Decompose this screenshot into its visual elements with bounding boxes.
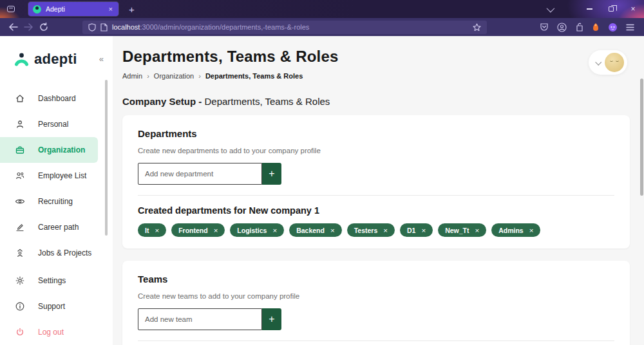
url-bar[interactable]: localhost:3000/admin/organization/depart… <box>82 21 487 34</box>
company-setup-rest: Departments, Teams & Roles <box>202 96 330 107</box>
department-chip[interactable]: It× <box>138 223 166 237</box>
chip-remove-icon[interactable]: × <box>155 227 159 234</box>
chip-label: New_Tt <box>445 227 469 234</box>
add-department-input[interactable] <box>138 163 262 185</box>
forward-icon[interactable] <box>21 20 36 34</box>
sidebar-item-logout[interactable]: Log out <box>0 319 113 345</box>
chevron-down-icon <box>595 59 601 65</box>
chip-label: D1 <box>407 227 415 234</box>
breadcrumb-separator: › <box>147 72 149 80</box>
add-team-input[interactable] <box>138 308 262 330</box>
bookmark-star-icon[interactable] <box>473 23 481 32</box>
department-chip[interactable]: Backend× <box>289 223 342 237</box>
sidebar-scrollbar[interactable] <box>105 80 108 236</box>
sidebar-item-organization[interactable]: Organization <box>0 137 98 163</box>
url-text: localhost:3000/admin/organization/depart… <box>112 23 468 31</box>
chip-remove-icon[interactable]: × <box>475 227 479 234</box>
browser-toolbar: localhost:3000/admin/organization/depart… <box>0 18 644 36</box>
breadcrumb-organization[interactable]: Organization <box>154 72 194 80</box>
department-chip[interactable]: Logistics× <box>230 223 284 237</box>
gear-icon <box>14 275 25 286</box>
list-all-tabs-icon[interactable] <box>538 0 560 18</box>
sidebar-item-career-path[interactable]: Career path <box>0 214 113 240</box>
chip-remove-icon[interactable]: × <box>529 227 534 234</box>
sidebar-nav: Dashboard Personal Organization <box>0 86 113 266</box>
tab-title: Adepti <box>46 5 108 13</box>
adepti-logo-icon <box>13 50 30 68</box>
breadcrumb: Admin › Organization › Departments, Team… <box>122 72 630 80</box>
add-department-button[interactable]: + <box>262 163 281 185</box>
menu-icon[interactable] <box>626 24 634 31</box>
tab-close-icon[interactable]: × <box>108 5 114 13</box>
pocket-icon[interactable] <box>540 23 549 32</box>
department-chip[interactable]: New_Tt× <box>438 223 486 237</box>
sidebar-item-label: Dashboard <box>38 94 76 103</box>
company-setup-heading: Company Setup - Departments, Teams & Rol… <box>122 96 630 107</box>
department-chip[interactable]: D1× <box>400 223 433 237</box>
department-chips: It×Frontend×Logistics×Backend×Testers×D1… <box>138 223 614 237</box>
chip-remove-icon[interactable]: × <box>383 227 388 234</box>
new-tab-button[interactable]: + <box>126 4 137 15</box>
page-scrollbar[interactable] <box>640 79 643 196</box>
sidebar-item-label: Settings <box>38 276 66 285</box>
browser-tab-bar: Adepti × + × <box>0 0 644 18</box>
account-icon[interactable] <box>557 23 567 32</box>
extension-circle-icon[interactable] <box>608 23 618 32</box>
browser-window: Adepti × + × localhost:3000/admin/organi… <box>0 0 644 345</box>
info-icon <box>14 301 25 312</box>
sidebar-item-recruiting[interactable]: Recruiting <box>0 189 113 214</box>
sidebar-item-personal[interactable]: Personal <box>0 111 113 137</box>
chip-remove-icon[interactable]: × <box>214 227 218 234</box>
department-chip[interactable]: Frontend× <box>171 223 225 237</box>
chip-remove-icon[interactable]: × <box>421 227 426 234</box>
sidebar-item-label: Jobs & Projects <box>38 248 91 257</box>
sidebar-item-dashboard[interactable]: Dashboard <box>0 86 113 111</box>
teams-description: Create new teams to add to your company … <box>138 292 614 300</box>
sidebar-item-label: Support <box>38 302 65 311</box>
logo: adepti « <box>0 36 113 68</box>
eye-icon <box>14 196 25 207</box>
sidebar-item-label: Log out <box>38 328 64 337</box>
adepti-favicon-icon <box>33 5 41 14</box>
sidebar-item-label: Recruiting <box>38 197 73 206</box>
tab-overview-icon[interactable] <box>5 3 17 15</box>
minimize-button[interactable] <box>578 0 600 18</box>
sidebar-item-settings[interactable]: Settings <box>0 268 113 294</box>
extension-orange-icon[interactable] <box>592 23 600 32</box>
sidebar-item-employee-list[interactable]: Employee List <box>0 163 113 189</box>
departments-title: Departments <box>138 128 614 139</box>
sidebar-footer: Settings Support Log out <box>0 268 113 345</box>
person-up-icon <box>14 248 25 259</box>
chip-remove-icon[interactable]: × <box>330 227 335 234</box>
url-host: localhost <box>112 23 140 31</box>
reload-icon[interactable] <box>36 20 52 34</box>
toolbar-extensions-area <box>540 23 639 32</box>
shield-icon[interactable] <box>88 23 96 32</box>
back-icon[interactable] <box>5 20 21 34</box>
people-icon <box>14 171 25 182</box>
department-chip[interactable]: Admins× <box>491 223 540 237</box>
page-info-icon[interactable] <box>100 23 108 32</box>
company-setup-bold: Company Setup - <box>122 96 202 107</box>
sidebar-item-label: Personal <box>38 120 68 129</box>
avatar[interactable] <box>605 53 624 72</box>
maximize-button[interactable] <box>600 0 622 18</box>
department-chip[interactable]: Testers× <box>347 223 395 237</box>
teams-card: Teams Create new teams to add to your co… <box>122 261 630 345</box>
extension-box-icon[interactable] <box>575 23 583 32</box>
close-window-button[interactable]: × <box>622 0 644 18</box>
collapse-sidebar-button[interactable]: « <box>99 54 104 64</box>
browser-tab-adepti[interactable]: Adepti × <box>28 2 118 16</box>
sidebar-item-support[interactable]: Support <box>0 294 113 319</box>
briefcase-icon <box>14 145 25 156</box>
sidebar-item-label: Employee List <box>38 171 86 180</box>
add-department-row: + <box>138 163 614 185</box>
teams-title: Teams <box>138 274 614 284</box>
add-team-row: + <box>138 308 614 330</box>
sidebar-item-jobs-projects[interactable]: Jobs & Projects <box>0 240 113 266</box>
breadcrumb-admin[interactable]: Admin <box>122 72 142 80</box>
page-title: Departments, Teams & Roles <box>122 48 630 66</box>
chip-remove-icon[interactable]: × <box>272 227 277 234</box>
user-menu[interactable] <box>589 50 627 75</box>
add-team-button[interactable]: + <box>262 308 281 330</box>
